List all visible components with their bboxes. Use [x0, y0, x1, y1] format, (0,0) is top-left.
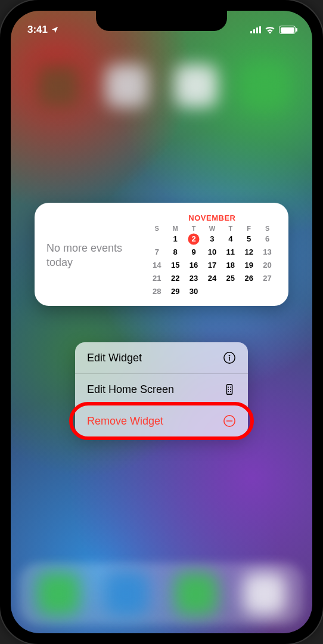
status-left: 3:41 — [27, 24, 59, 36]
calendar-day-header: M — [166, 225, 185, 232]
calendar-day-header: S — [258, 225, 277, 232]
phone-frame: 3:41 No more events today NOVEMBER SMTWT… — [0, 0, 323, 644]
calendar-day-cell — [203, 286, 221, 298]
svg-point-9 — [230, 391, 231, 392]
calendar-day-cell: 2 — [185, 233, 203, 245]
menu-item-edit-home-screen[interactable]: Edit Home Screen — [75, 374, 248, 405]
battery-icon — [279, 26, 296, 34]
dock-row-blur — [11, 572, 312, 615]
calendar-day-cell — [240, 286, 258, 298]
calendar-day-cell: 27 — [258, 273, 277, 284]
menu-item-label: Edit Widget — [87, 352, 142, 364]
widget-left: No more events today — [46, 213, 148, 298]
status-time: 3:41 — [27, 24, 48, 36]
no-events-text: No more events today — [46, 242, 148, 270]
calendar-day-cell: 7 — [148, 246, 166, 258]
svg-point-7 — [230, 389, 231, 390]
calendar-day-cell: 24 — [203, 273, 221, 284]
calendar-day-cell: 12 — [240, 246, 258, 258]
menu-item-label: Remove Widget — [87, 415, 163, 428]
apps-rect-icon — [223, 383, 236, 396]
calendar-day-cell: 3 — [203, 233, 221, 245]
calendar-day-cell: 13 — [258, 246, 277, 258]
calendar-day-cell: 15 — [166, 259, 185, 271]
svg-rect-3 — [226, 385, 232, 395]
calendar-day-cell: 28 — [148, 286, 166, 298]
calendar-day-header: T — [221, 225, 240, 232]
svg-point-1 — [229, 355, 230, 356]
calendar-day-cell: 30 — [185, 286, 203, 298]
calendar-day-cell: 23 — [185, 273, 203, 284]
calendar-day-cell: 22 — [166, 273, 185, 284]
screen: 3:41 No more events today NOVEMBER SMTWT… — [11, 11, 312, 633]
calendar-day-cell: 16 — [185, 259, 203, 271]
menu-item-remove-widget[interactable]: Remove Widget — [75, 405, 248, 436]
signal-icon — [250, 26, 261, 33]
home-row-blur — [11, 64, 312, 107]
info-circle-icon — [223, 351, 236, 364]
calendar-day-cell: 21 — [148, 273, 166, 284]
calendar-day-cell: 6 — [258, 233, 277, 245]
calendar-day-cell: 8 — [166, 246, 185, 258]
calendar-day-cell: 10 — [203, 246, 221, 258]
widget-calendar: NOVEMBER SMTWTFS123456789101112131415161… — [148, 213, 277, 298]
calendar-day-cell: 11 — [221, 246, 240, 258]
calendar-day-header: S — [148, 225, 166, 232]
calendar-widget[interactable]: No more events today NOVEMBER SMTWTFS123… — [35, 203, 288, 306]
calendar-day-cell: 5 — [240, 233, 258, 245]
menu-item-edit-widget[interactable]: Edit Widget — [75, 342, 248, 374]
calendar-day-cell: 18 — [221, 259, 240, 271]
calendar-grid: SMTWTFS123456789101112131415161718192021… — [148, 225, 277, 298]
calendar-day-cell — [258, 286, 277, 298]
calendar-day-cell — [221, 286, 240, 298]
calendar-day-cell: 4 — [221, 233, 240, 245]
calendar-day-header: T — [185, 225, 203, 232]
notch — [96, 11, 227, 31]
calendar-day-cell: 14 — [148, 259, 166, 271]
location-icon — [51, 26, 59, 34]
svg-point-8 — [228, 391, 229, 392]
status-right — [250, 26, 296, 34]
calendar-day-cell: 19 — [240, 259, 258, 271]
svg-point-4 — [228, 386, 229, 388]
calendar-day-cell — [148, 233, 166, 245]
minus-circle-icon — [223, 414, 236, 428]
svg-rect-2 — [229, 357, 229, 361]
wifi-icon — [265, 26, 275, 34]
calendar-day-cell: 26 — [240, 273, 258, 284]
calendar-day-cell: 17 — [203, 259, 221, 271]
calendar-day-cell: 20 — [258, 259, 277, 271]
calendar-day-cell: 1 — [166, 233, 185, 245]
calendar-day-header: W — [203, 225, 221, 232]
svg-point-5 — [230, 386, 231, 388]
calendar-day-header: F — [240, 225, 258, 232]
calendar-day-cell: 29 — [166, 286, 185, 298]
calendar-day-cell: 9 — [185, 246, 203, 258]
calendar-day-cell: 25 — [221, 273, 240, 284]
menu-item-label: Edit Home Screen — [87, 383, 174, 396]
calendar-month-label: NOVEMBER — [148, 213, 277, 222]
svg-point-6 — [228, 389, 229, 390]
widget-context-menu: Edit WidgetEdit Home ScreenRemove Widget — [75, 342, 248, 436]
